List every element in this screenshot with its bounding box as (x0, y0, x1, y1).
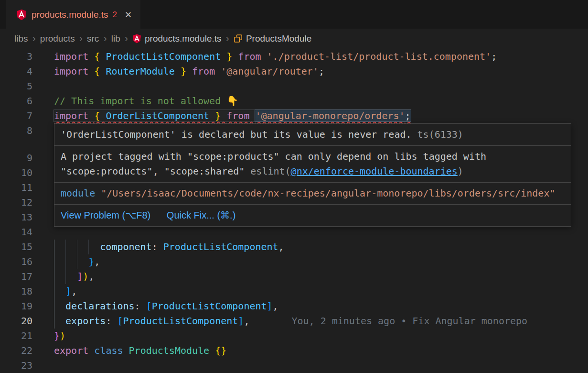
git-blame-annotation: You, 2 minutes ago • Fix Angular monorep… (291, 315, 527, 327)
code-line[interactable]: 20exports: [ProductListComponent],You, 2… (0, 314, 588, 329)
quick-fix-link[interactable]: Quick Fix... (⌘.) (167, 210, 235, 220)
eslint-rule-link[interactable]: @nx/enforce-module-boundaries (291, 165, 458, 177)
code-content: exports: [ProductListComponent],You, 2 m… (54, 314, 527, 329)
line-number: 6 (0, 94, 32, 109)
line-number: 10 (0, 165, 32, 180)
code-content: }, (54, 254, 100, 269)
code-content: // This import is not allowed 👇 (54, 94, 238, 109)
code-line[interactable]: 22export class ProductsModule {} (0, 343, 588, 358)
code-line[interactable]: 6// This import is not allowed 👇 (0, 94, 588, 109)
code-line[interactable]: 19declarations: [ProductListComponent], (0, 299, 588, 314)
line-number: 23 (0, 358, 32, 373)
line-number: 19 (0, 299, 32, 314)
code-content: import { OrderListComponent } from '@ang… (54, 109, 411, 123)
hover-popup: 'OrderListComponent' is declared but its… (54, 123, 571, 227)
hover-actions: View Problem (⌥F8) Quick Fix... (⌘.) (54, 204, 571, 226)
breadcrumb-item-lib[interactable]: lib (111, 33, 120, 44)
class-symbol-icon (234, 34, 243, 43)
editor: 3import { ProductListComponent } from '.… (0, 48, 588, 373)
code-line[interactable]: 14 (0, 225, 588, 240)
code-content: import { RouterModule } from '@angular/r… (54, 64, 324, 79)
chevron-right-icon: › (103, 33, 107, 44)
line-number: 4 (0, 64, 32, 79)
chevron-right-icon: › (226, 33, 229, 44)
hover-eslint-diagnostic: A project tagged with "scope:products" c… (54, 145, 571, 182)
view-problem-link[interactable]: View Problem (⌥F8) (61, 210, 150, 220)
code-content: ]), (54, 269, 94, 284)
line-number: 17 (0, 269, 32, 284)
code-line[interactable]: 23 (0, 358, 588, 373)
breadcrumb-item-symbol[interactable]: ProductsModule (234, 33, 311, 44)
module-path: "/Users/isaac/Documents/code/nx-recipes/… (101, 187, 555, 199)
chevron-right-icon: › (79, 33, 83, 44)
code-line[interactable]: 4import { RouterModule } from '@angular/… (0, 64, 588, 79)
breadcrumb-file-label: products.module.ts (145, 33, 222, 44)
line-number: 21 (0, 329, 32, 343)
code-content: ], (54, 284, 77, 299)
eslint-source-prefix: eslint( (250, 165, 290, 177)
ts-message: 'OrderListComponent' is declared but its… (61, 129, 412, 140)
line-number: 16 (0, 254, 32, 269)
code-line[interactable]: 17]), (0, 269, 588, 284)
code-line[interactable]: 3import { ProductListComponent } from '.… (0, 49, 588, 64)
line-number: 9 (0, 151, 32, 165)
ts-error-code: ts(6133) (417, 129, 463, 140)
line-number: 13 (0, 210, 32, 225)
breadcrumb-item-file[interactable]: products.module.ts (132, 33, 222, 44)
tab-title: products.module.ts (32, 10, 108, 20)
vscode-window: products.module.ts 2 ✕ libs › products ›… (0, 0, 588, 373)
chevron-right-icon: › (125, 33, 128, 44)
line-number: 14 (0, 225, 32, 240)
code-content: }) (54, 329, 65, 343)
breadcrumb-symbol-label: ProductsModule (246, 33, 311, 44)
code-line[interactable]: 16}, (0, 254, 588, 269)
line-number: 12 (0, 195, 32, 210)
code-line[interactable]: 5 (0, 79, 588, 94)
code-content: import { ProductListComponent } from './… (54, 49, 497, 64)
angular-icon (132, 34, 141, 44)
module-keyword: module (61, 187, 95, 199)
breadcrumb-item-libs[interactable]: libs (14, 33, 28, 44)
angular-icon (16, 9, 27, 21)
line-number: 7 (0, 109, 32, 123)
eslint-source-suffix: ) (458, 165, 463, 177)
code-line[interactable]: 7import { OrderListComponent } from '@an… (0, 109, 588, 123)
code-content: declarations: [ProductListComponent], (54, 299, 278, 314)
line-number: 8 (0, 123, 32, 138)
code-line[interactable]: 18], (0, 284, 588, 299)
breadcrumb: libs › products › src › lib › products.m… (0, 29, 588, 48)
line-number: 22 (0, 343, 32, 358)
code-content: export class ProductsModule {} (54, 343, 226, 358)
tab-error-count: 2 (113, 10, 117, 20)
tab-close-button[interactable]: ✕ (125, 10, 132, 20)
tab-bar: products.module.ts 2 ✕ (0, 0, 588, 29)
tab-products-module[interactable]: products.module.ts 2 ✕ (6, 0, 140, 29)
breadcrumb-item-src[interactable]: src (87, 33, 99, 44)
line-number: 5 (0, 79, 32, 94)
line-number: 15 (0, 240, 32, 254)
line-number: 18 (0, 284, 32, 299)
line-number: 11 (0, 180, 32, 195)
hover-module-info: module"/Users/isaac/Documents/code/nx-re… (54, 182, 571, 204)
hover-ts-diagnostic: 'OrderListComponent' is declared but its… (54, 124, 571, 145)
code-line[interactable]: 21}) (0, 329, 588, 343)
breadcrumb-item-products[interactable]: products (40, 33, 75, 44)
line-number: 20 (0, 314, 32, 329)
line-number: 3 (0, 49, 32, 64)
chevron-right-icon: › (32, 33, 36, 44)
code-line[interactable]: 15component: ProductListComponent, (0, 240, 588, 254)
code-content: component: ProductListComponent, (54, 240, 284, 254)
